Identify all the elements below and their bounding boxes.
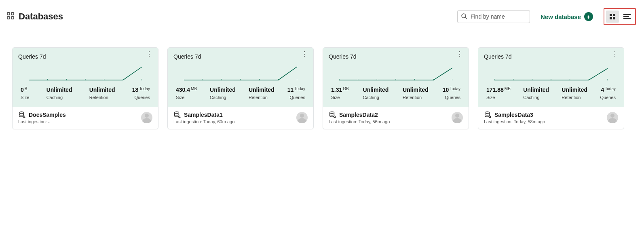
svg-point-31 <box>178 116 180 118</box>
card-top: Queries 7d ⋮ 430.4MB Size Unlimited Cach… <box>168 48 313 107</box>
svg-line-22 <box>25 117 25 118</box>
svg-rect-3 <box>11 17 14 19</box>
more-vertical-icon: ⋮ <box>146 51 152 57</box>
more-options-button[interactable]: ⋮ <box>612 53 618 55</box>
card-top: Queries 7d ⋮ 1.31GB Size Unlimited Cachi… <box>323 48 469 107</box>
stat-size: 171.88MB Size <box>486 87 511 100</box>
sparkline-chart <box>29 64 142 81</box>
stat-queries: 4Today Queries <box>600 87 616 100</box>
search-input[interactable] <box>457 10 530 23</box>
chart-wrap <box>323 60 469 80</box>
new-database-button[interactable]: New database + <box>538 12 595 21</box>
stats-row: 1.31GB Size Unlimited Caching Unlimited … <box>323 80 469 107</box>
svg-rect-1 <box>11 13 14 15</box>
card-top: Queries 7d ⋮ 171.88MB Size Unlimited Cac… <box>478 48 624 107</box>
last-ingestion: Last ingestion: - <box>18 119 137 124</box>
queries-label: Queries 7d <box>173 53 201 60</box>
chart-wrap <box>478 60 624 80</box>
svg-line-52 <box>490 117 491 118</box>
stat-caching: Unlimited Caching <box>210 87 236 100</box>
new-database-label: New database <box>541 13 581 20</box>
search-icon <box>461 13 467 21</box>
owner-avatar[interactable] <box>141 112 152 123</box>
svg-point-30 <box>175 112 179 113</box>
stats-row: 0B Size Unlimited Caching Unlimited Rete… <box>13 80 158 107</box>
database-card[interactable]: Queries 7d ⋮ 1.31GB Size Unlimited Cachi… <box>323 47 469 129</box>
sparkline-chart <box>184 64 297 81</box>
view-toggle-group <box>604 8 636 25</box>
header-left: Databases <box>6 11 63 22</box>
list-icon <box>623 14 631 19</box>
database-icon <box>484 111 491 118</box>
database-card[interactable]: Queries 7d ⋮ 171.88MB Size Unlimited Cac… <box>478 47 624 129</box>
queries-label: Queries 7d <box>18 53 46 60</box>
svg-point-4 <box>462 14 466 18</box>
last-ingestion: Last ingestion: Today, 60m ago <box>173 119 292 124</box>
svg-line-42 <box>335 117 336 118</box>
svg-line-32 <box>180 117 181 118</box>
database-name: SamplesData3 <box>494 112 533 118</box>
sparkline-chart <box>494 64 608 81</box>
stat-caching: Unlimited Caching <box>363 87 389 100</box>
svg-rect-2 <box>7 17 10 19</box>
grid-view-button[interactable] <box>606 11 619 23</box>
stat-size: 0B Size <box>21 87 29 100</box>
cards-grid: Queries 7d ⋮ 0B Size Unlimited Caching U… <box>0 29 644 141</box>
grid-icon <box>609 13 616 20</box>
database-icon <box>173 111 181 118</box>
stat-retention: Unlimited Retention <box>562 87 587 100</box>
stat-caching: Unlimited Caching <box>523 87 549 100</box>
chart-wrap <box>168 60 313 80</box>
svg-point-51 <box>489 116 490 118</box>
stat-queries: 10Today Queries <box>443 87 460 100</box>
more-vertical-icon: ⋮ <box>456 51 463 57</box>
svg-rect-9 <box>613 17 615 19</box>
database-card[interactable]: Queries 7d ⋮ 430.4MB Size Unlimited Cach… <box>167 47 314 129</box>
database-card[interactable]: Queries 7d ⋮ 0B Size Unlimited Caching U… <box>12 47 158 129</box>
list-view-button[interactable] <box>621 11 633 23</box>
owner-avatar[interactable] <box>452 112 463 123</box>
svg-line-5 <box>465 17 467 19</box>
svg-rect-7 <box>613 14 615 16</box>
more-options-button[interactable]: ⋮ <box>146 53 152 55</box>
database-name: DocsSamples <box>29 112 66 118</box>
svg-point-40 <box>330 112 334 113</box>
more-vertical-icon: ⋮ <box>301 51 308 57</box>
owner-avatar[interactable] <box>296 112 308 123</box>
queries-label: Queries 7d <box>484 53 511 60</box>
database-name: SamplesData2 <box>339 112 378 118</box>
stat-retention: Unlimited Retention <box>89 87 115 100</box>
card-bottom: SamplesData3 Last ingestion: Today, 58m … <box>478 107 624 129</box>
card-top: Queries 7d ⋮ 0B Size Unlimited Caching U… <box>13 48 158 107</box>
svg-point-41 <box>334 116 335 118</box>
apps-grid-icon <box>6 12 15 21</box>
more-options-button[interactable]: ⋮ <box>456 53 463 55</box>
search-wrap <box>457 10 530 23</box>
card-bottom: SamplesData1 Last ingestion: Today, 60m … <box>168 107 313 129</box>
database-icon <box>329 111 336 118</box>
page-title: Databases <box>19 11 63 22</box>
queries-label: Queries 7d <box>329 53 356 60</box>
plus-icon: + <box>584 12 593 21</box>
stats-row: 171.88MB Size Unlimited Caching Unlimite… <box>478 80 624 107</box>
last-ingestion: Last ingestion: Today, 56m ago <box>329 119 448 124</box>
page-header: Databases New database + <box>0 0 644 29</box>
svg-point-50 <box>485 112 490 113</box>
database-icon <box>18 111 25 118</box>
card-bottom: SamplesData2 Last ingestion: Today, 56m … <box>323 107 469 129</box>
svg-rect-0 <box>7 13 10 15</box>
sparkline-chart <box>339 64 452 81</box>
svg-point-21 <box>23 116 25 118</box>
more-options-button[interactable]: ⋮ <box>301 53 308 55</box>
svg-rect-8 <box>610 17 612 19</box>
svg-point-20 <box>19 112 24 113</box>
stat-queries: 11Today Queries <box>287 87 305 100</box>
more-vertical-icon: ⋮ <box>612 51 618 57</box>
owner-avatar[interactable] <box>607 112 618 123</box>
database-name: SamplesData1 <box>184 112 223 118</box>
card-bottom: DocsSamples Last ingestion: - <box>13 107 158 129</box>
svg-rect-6 <box>610 14 612 16</box>
last-ingestion: Last ingestion: Today, 58m ago <box>484 119 603 124</box>
stat-queries: 18Today Queries <box>132 87 150 100</box>
stats-row: 430.4MB Size Unlimited Caching Unlimited… <box>168 80 313 107</box>
